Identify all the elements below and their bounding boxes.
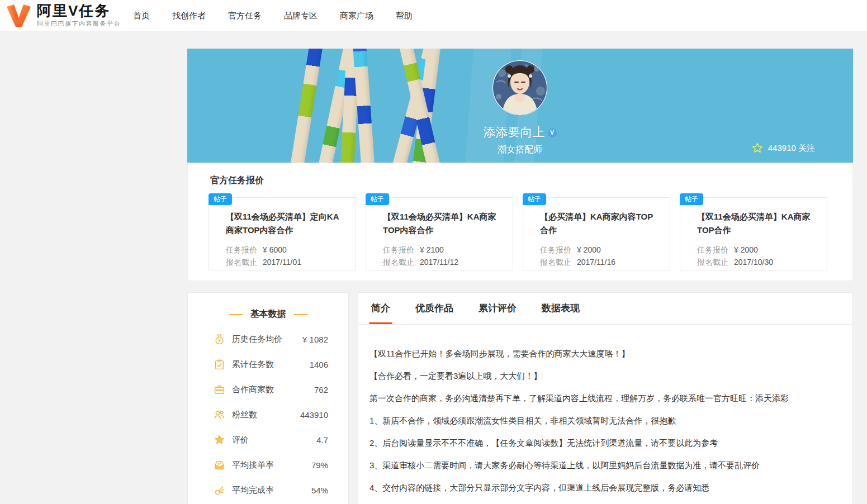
tab-data-performance[interactable]: 数据表现 [542, 293, 580, 324]
nav-item-find-creators[interactable]: 找创作者 [172, 11, 206, 21]
followers-counter: 443910 关注 [752, 142, 815, 154]
detail-tabbar: 简介 优质作品 累计评价 数据表现 [358, 293, 852, 325]
logo-title: 阿里V任务 [37, 3, 121, 18]
svg-text:¥: ¥ [218, 337, 221, 343]
section-title: 官方任务报价 [210, 175, 264, 187]
profile-category: 潮女搭配师 [422, 144, 618, 156]
deadline-value: 2017/11/12 [420, 256, 458, 268]
task-title: 【双11会场必买清单】定向KA商家TOP内容合作 [226, 210, 347, 237]
intro-paragraph: 【合作必看，一定要看3遍以上哦，大大们！】 [369, 370, 831, 382]
nav-item-merchant-square[interactable]: 商家广场 [340, 11, 373, 21]
stat-value: 1406 [310, 360, 328, 369]
task-card[interactable]: 帖子 【双11会场必买清单】KA商家TOP内容合作 任务报价 ¥ 2100 报名… [366, 197, 513, 270]
page: 阿里V任务 阿里巴巴旗下内容服务平台 首页 找创作者 官方任务 品牌专区 商家广… [0, 0, 867, 504]
price-value: ¥ 2000 [577, 244, 601, 256]
task-card[interactable]: 帖子 【双11会场必买清单】定向KA商家TOP内容合作 任务报价 ¥ 6000 … [209, 197, 356, 270]
logo-subtitle: 阿里巴巴旗下内容服务平台 [37, 20, 121, 28]
task-card-list: 帖子 【双11会场必买清单】定向KA商家TOP内容合作 任务报价 ¥ 6000 … [209, 197, 827, 270]
nav-item-home[interactable]: 首页 [133, 11, 150, 21]
deadline-label: 报名截止 [383, 256, 414, 268]
intro-paragraph: 1、新店不合作，领域必须跟潮流女性类目相关，非相关领域暂时无法合作，很抱歉 [369, 415, 831, 426]
task-card[interactable]: 帖子 【双11会场必买清单】KA商家TOP合作 任务报价 ¥ 2000 报名截止… [680, 197, 827, 270]
task-deadline-row: 报名截止 2017/11/01 [226, 256, 347, 268]
briefcase-icon [214, 384, 225, 396]
intro-paragraph: 【双11合作已开始！多会场同步展现，需要合作的商家大大速度咯！】 [369, 348, 831, 359]
nav-item-help[interactable]: 帮助 [396, 11, 413, 21]
task-deadline-row: 报名截止 2017/11/12 [383, 256, 504, 268]
price-value: ¥ 2100 [420, 244, 444, 256]
task-card[interactable]: 帖子 【必买清单】KA商家内容TOP合作 任务报价 ¥ 2000 报名截止 20… [523, 197, 670, 270]
stat-value: 762 [314, 385, 328, 394]
profile-banner: 添添要向上V 潮女搭配师 443910 关注 [187, 49, 853, 163]
stat-label: 粉丝数 [232, 410, 257, 420]
stat-label: 评价 [232, 435, 249, 445]
post-type-badge: 帖子 [209, 193, 232, 205]
profile-detail-panel: 简介 优质作品 累计评价 数据表现 【双11合作已开始！多会场同步展现，需要合作… [358, 292, 853, 504]
stat-value: 79% [311, 460, 328, 470]
stat-row-fans: 粉丝数 443910 [188, 402, 348, 427]
official-task-quotes-section: 官方任务报价 帖子 【双11会场必买清单】定向KA商家TOP内容合作 任务报价 … [187, 163, 853, 281]
logo-text: 阿里V任务 阿里巴巴旗下内容服务平台 [37, 3, 121, 28]
price-label: 任务报价 [540, 244, 571, 256]
task-clipboard-icon [214, 359, 225, 370]
stat-row-rating: 评价 4.7 [188, 427, 348, 453]
task-title: 【必买清单】KA商家内容TOP合作 [540, 210, 661, 237]
stat-row-accept-rate: 平均接单率 79% [188, 453, 348, 478]
task-deadline-row: 报名截止 2017/11/16 [540, 256, 661, 268]
task-deadline-row: 报名截止 2017/10/30 [697, 256, 818, 268]
stat-row-total-tasks: 累计任务数 1406 [188, 352, 348, 377]
deadline-label: 报名截止 [226, 256, 257, 268]
stat-label: 平均接单率 [232, 460, 274, 470]
tab-intro[interactable]: 简介 [371, 293, 390, 324]
verified-v-badge-icon: V [548, 129, 557, 137]
intro-paragraph: 第一次合作的商家，务必沟通清楚再下单，了解渠道内容上线流程，理解万岁，务必联系唯… [369, 393, 831, 404]
basic-data-title-text: 基本数据 [250, 308, 286, 320]
deadline-value: 2017/11/01 [263, 256, 301, 268]
basic-data-panel: 基本数据 ¥ 历史任务均价 ¥ 1082 累计任务数 1406 [187, 292, 349, 504]
ali-v-logo-icon [6, 4, 32, 27]
stat-label: 历史任务均价 [232, 334, 282, 345]
stat-label: 累计任务数 [232, 359, 274, 370]
followers-count: 443910 关注 [768, 143, 815, 154]
intro-paragraph: 3、渠道审核小二需要时间，请大家务必耐心等待渠道上线，以阿里妈妈后台流量数据为准… [369, 460, 831, 471]
task-price-row: 任务报价 ¥ 2000 [540, 244, 661, 256]
nav-item-brand-zone[interactable]: 品牌专区 [284, 11, 318, 21]
stat-label: 平均完成率 [232, 485, 274, 496]
rating-star-icon [214, 434, 225, 446]
price-label: 任务报价 [697, 244, 728, 256]
stat-label: 合作商家数 [232, 384, 274, 395]
profile-name-text: 添添要向上 [484, 125, 545, 139]
tab-featured-works[interactable]: 优质作品 [415, 293, 453, 324]
logo[interactable]: 阿里V任务 阿里巴巴旗下内容服务平台 [6, 3, 121, 28]
intro-text: 【双11合作已开始！多会场同步展现，需要合作的商家大大速度咯！】 【合作必看，一… [358, 325, 852, 493]
deadline-value: 2017/11/16 [577, 256, 615, 268]
price-label: 任务报价 [383, 244, 414, 256]
fans-people-icon [214, 409, 225, 421]
inbox-check-icon [214, 459, 225, 471]
title-dash [294, 314, 307, 315]
price-value: ¥ 2000 [734, 244, 758, 256]
task-title: 【双11会场必买清单】KA商家TOP内容合作 [383, 210, 504, 237]
intro-paragraph: 4、交付内容的链接，大部分只显示部分文字内容，但渠道上线后会展现完整版，务必请知… [369, 482, 831, 493]
title-dash [229, 314, 243, 315]
profile-name: 添添要向上V [422, 126, 618, 139]
post-type-badge: 帖子 [680, 193, 703, 205]
task-price-row: 任务报价 ¥ 2100 [383, 244, 504, 256]
follow-star-icon[interactable] [752, 142, 763, 154]
top-nav: 阿里V任务 阿里巴巴旗下内容服务平台 首页 找创作者 官方任务 品牌专区 商家广… [0, 0, 867, 32]
avatar [492, 60, 548, 116]
tab-cumulative-reviews[interactable]: 累计评价 [478, 293, 517, 324]
stat-row-partner-merchants: 合作商家数 762 [188, 377, 348, 402]
stat-value: ¥ 1082 [302, 335, 328, 344]
stat-row-avg-price: ¥ 历史任务均价 ¥ 1082 [188, 327, 348, 352]
task-price-row: 任务报价 ¥ 6000 [226, 244, 347, 256]
money-bag-icon: ¥ [214, 334, 225, 345]
stat-value: 443910 [300, 410, 328, 420]
profile-identity: 添添要向上V 潮女搭配师 [422, 126, 618, 156]
deadline-label: 报名截止 [697, 256, 728, 268]
nav-item-official-tasks[interactable]: 官方任务 [228, 11, 262, 21]
stat-value: 4.7 [316, 435, 328, 445]
basic-data-title: 基本数据 [188, 308, 348, 320]
deadline-value: 2017/10/30 [734, 256, 773, 268]
price-label: 任务报价 [226, 244, 257, 256]
